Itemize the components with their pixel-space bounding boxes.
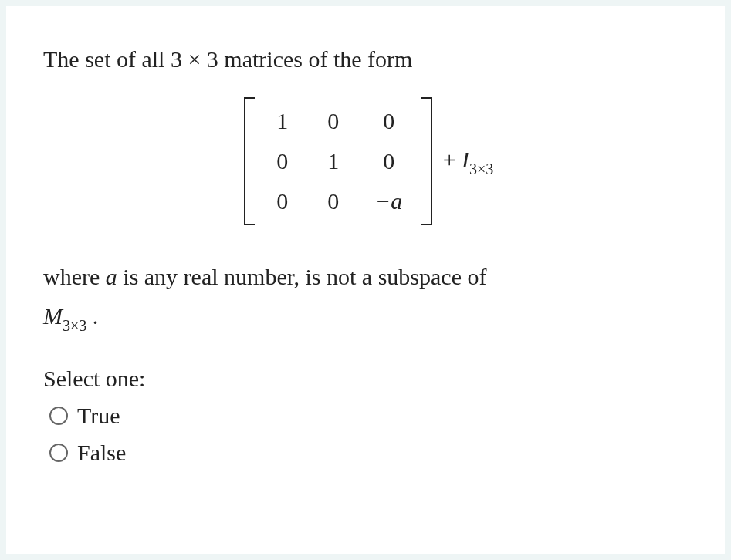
matrix-cell: 0 bbox=[264, 150, 301, 173]
question-text-line1: The set of all 3 × 3 matrices of the for… bbox=[43, 43, 694, 76]
line3-end: . bbox=[86, 303, 98, 329]
space-M-subscript: 3×3 bbox=[63, 317, 86, 334]
radio-icon[interactable] bbox=[49, 444, 68, 462]
matrix-cell: 1 bbox=[315, 150, 352, 173]
identity-subscript: 3×3 bbox=[469, 160, 493, 177]
matrix-cell: 0 bbox=[366, 150, 412, 173]
option-false-label: False bbox=[77, 440, 126, 466]
variable-a: a bbox=[106, 264, 117, 289]
options-group: True False bbox=[43, 403, 694, 466]
matrix-cell: 1 bbox=[264, 110, 301, 133]
matrix-cell: −a bbox=[366, 190, 412, 213]
plus-identity: + I3×3 bbox=[443, 147, 494, 177]
question-card: The set of all 3 × 3 matrices of the for… bbox=[6, 6, 725, 554]
matrix-brackets: 1 0 0 0 1 0 0 0 −a bbox=[244, 97, 432, 225]
option-true[interactable]: True bbox=[49, 403, 694, 429]
line2-pre: where bbox=[43, 264, 106, 289]
matrix-grid: 1 0 0 0 1 0 0 0 −a bbox=[261, 102, 415, 221]
identity-I: I bbox=[462, 147, 469, 172]
matrix-cell: 0 bbox=[315, 190, 352, 213]
plus-sign: + bbox=[443, 147, 462, 172]
space-M: M bbox=[43, 303, 63, 329]
question-text-line3: M3×3 . bbox=[43, 300, 694, 335]
option-false[interactable]: False bbox=[49, 440, 694, 466]
select-one-prompt: Select one: bbox=[43, 366, 694, 392]
question-text-line2: where a is any real number, is not a sub… bbox=[43, 259, 694, 295]
matrix-cell: 0 bbox=[315, 110, 352, 133]
radio-icon[interactable] bbox=[49, 407, 68, 425]
matrix-cell: 0 bbox=[366, 110, 412, 133]
matrix-cell: 0 bbox=[264, 190, 301, 213]
option-true-label: True bbox=[77, 403, 120, 429]
line2-post: is any real number, is not a subspace of bbox=[117, 264, 487, 289]
matrix-expression: 1 0 0 0 1 0 0 0 −a + I3×3 bbox=[43, 97, 694, 225]
